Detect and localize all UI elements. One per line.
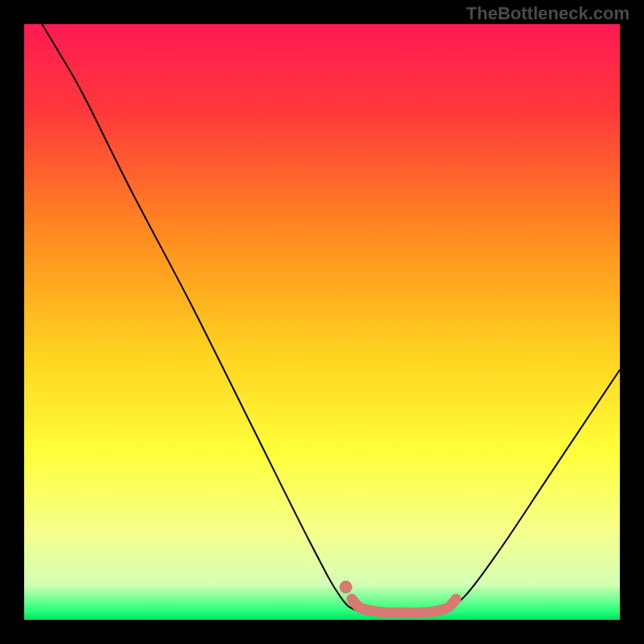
bottleneck-curve	[42, 24, 620, 614]
optimal-band	[352, 599, 456, 613]
chart-plot-area	[24, 24, 620, 620]
chart-curves	[24, 24, 620, 620]
watermark-text: TheBottleneck.com	[466, 3, 630, 24]
optimal-dot-left	[340, 580, 353, 593]
